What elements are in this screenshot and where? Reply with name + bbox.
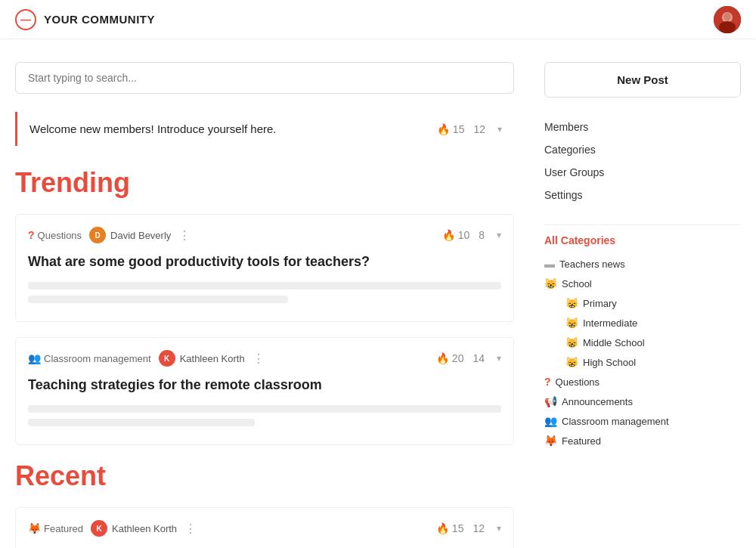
sidebar-nav: Members Categories User Groups Settings <box>544 116 741 206</box>
welcome-left: Welcome new members! Introduce yourself … <box>29 122 277 135</box>
recent-heading: Recent <box>15 460 514 492</box>
post-meta-left-1: ? Questions D David Beverly ⋮ <box>28 227 191 243</box>
categories-heading: All Categories <box>544 234 741 246</box>
user-tag-r1: K Kathleen Korth <box>91 520 177 537</box>
cat-teachers-news[interactable]: ▬ Teachers news <box>544 254 741 274</box>
right-column: New Post Members Categories User Groups … <box>544 62 741 548</box>
sidebar-item-settings[interactable]: Settings <box>544 184 741 206</box>
app-title: YOUR COMMUNITY <box>44 13 155 26</box>
flame-icon: 🔥 <box>436 352 449 364</box>
middle-school-icon: 😸 <box>565 336 578 348</box>
categories-section: All Categories ▬ Teachers news 😸 School … <box>544 234 741 450</box>
high-school-icon: 😸 <box>565 356 578 368</box>
flame-icon: 🔥 <box>442 229 455 241</box>
header-left: — YOUR COMMUNITY <box>15 9 155 30</box>
school-icon: 😸 <box>544 277 557 289</box>
cat-high-school[interactable]: 😸 High School <box>544 352 741 372</box>
avatar[interactable] <box>714 6 741 33</box>
bar-icon: ▬ <box>544 258 555 270</box>
question-cat-icon: ? <box>544 376 551 388</box>
trending-post-2[interactable]: 👥 Classroom management K Kathleen Korth … <box>15 337 514 445</box>
text-line-1a <box>28 282 501 289</box>
post-meta-right-1: 🔥 10 8 ▾ <box>442 229 501 241</box>
trending-post-1[interactable]: ? Questions D David Beverly ⋮ 🔥 10 8 <box>15 214 514 322</box>
cat-middle-school[interactable]: 😸 Middle School <box>544 333 741 352</box>
chevron-down-icon: ▾ <box>497 230 501 240</box>
flame-icon: 🔥 <box>437 123 450 135</box>
welcome-text: Welcome new members! Introduce yourself … <box>29 122 277 135</box>
post-reply-1: 8 <box>479 229 485 241</box>
category-tag-2: 👥 Classroom management <box>28 352 151 364</box>
sidebar-item-categories[interactable]: Categories <box>544 138 741 161</box>
category-tag-1: ? Questions <box>28 229 82 241</box>
sidebar-item-user-groups[interactable]: User Groups <box>544 161 741 184</box>
welcome-reply-count: 12 <box>473 123 485 135</box>
question-icon: ? <box>28 229 35 241</box>
dots-menu-2[interactable]: ⋮ <box>253 351 265 366</box>
post-meta-1: ? Questions D David Beverly ⋮ 🔥 10 8 <box>28 227 501 243</box>
cat-intermediate[interactable]: 😸 Intermediate <box>544 313 741 333</box>
post-title-2: Teaching strategies for the remote class… <box>28 376 501 395</box>
logo-icon: — <box>15 9 36 30</box>
post-meta-right-2: 🔥 20 14 ▾ <box>436 352 501 364</box>
dots-menu-1[interactable]: ⋮ <box>178 228 191 243</box>
user-tag-2: K Kathleen Korth <box>159 350 245 367</box>
intermediate-icon: 😸 <box>565 317 578 329</box>
flame-icon: 🔥 <box>436 522 449 534</box>
chevron-down-icon: ▾ <box>497 124 502 135</box>
welcome-flame-count: 🔥 15 <box>437 123 465 135</box>
user-tag-1: D David Beverly <box>89 227 171 243</box>
cat-school[interactable]: 😸 School <box>544 274 741 293</box>
cat-featured[interactable]: 🦊 Featured <box>544 431 741 450</box>
post-meta-left-2: 👥 Classroom management K Kathleen Korth … <box>28 350 265 367</box>
search-input[interactable] <box>15 62 514 94</box>
chevron-down-icon: ▾ <box>497 523 501 534</box>
trending-heading: Trending <box>15 167 514 199</box>
text-line-2a <box>28 405 501 413</box>
cat-primary[interactable]: 😸 Primary <box>544 293 741 313</box>
recent-post-1[interactable]: 🦊 Featured K Kathleen Korth ⋮ 🔥 15 12 <box>15 507 514 548</box>
featured-icon: 🦊 <box>28 522 41 534</box>
post-reply-2: 14 <box>472 352 485 364</box>
classroom-cat-icon: 👥 <box>544 415 557 427</box>
welcome-right: 🔥 15 12 ▾ <box>437 123 502 135</box>
main-layout: Welcome new members! Introduce yourself … <box>0 39 756 548</box>
welcome-banner: Welcome new members! Introduce yourself … <box>15 112 514 146</box>
announcements-icon: 📢 <box>544 395 557 407</box>
post-meta-2: 👥 Classroom management K Kathleen Korth … <box>28 350 501 367</box>
svg-point-2 <box>719 21 736 33</box>
post-meta-r1: 🦊 Featured K Kathleen Korth ⋮ 🔥 15 12 <box>28 520 501 537</box>
cat-announcements[interactable]: 📢 Announcements <box>544 392 741 411</box>
user-avatar-2: K <box>159 350 175 367</box>
cat-questions[interactable]: ? Questions <box>544 372 741 392</box>
left-column: Welcome new members! Introduce yourself … <box>15 62 514 548</box>
dots-menu-r1[interactable]: ⋮ <box>184 522 197 536</box>
header: — YOUR COMMUNITY <box>0 0 756 39</box>
new-post-button[interactable]: New Post <box>544 62 741 98</box>
text-line-1b <box>28 296 288 303</box>
post-flame-1: 🔥 10 <box>442 229 470 241</box>
post-flame-2: 🔥 20 <box>436 352 464 364</box>
category-tag-r1: 🦊 Featured <box>28 522 83 534</box>
featured-cat-icon: 🦊 <box>544 435 557 447</box>
sidebar-divider <box>544 224 741 225</box>
sidebar-item-members[interactable]: Members <box>544 116 741 138</box>
post-reply-r1: 12 <box>472 522 485 534</box>
post-meta-right-r1: 🔥 15 12 ▾ <box>436 522 501 534</box>
classroom-icon: 👥 <box>28 352 41 364</box>
user-avatar-r1: K <box>91 520 107 537</box>
primary-icon: 😸 <box>565 297 578 309</box>
post-title-1: What are some good productivity tools fo… <box>28 252 501 271</box>
chevron-down-icon: ▾ <box>497 353 501 364</box>
avatar-image <box>714 6 741 33</box>
user-avatar-1: D <box>89 227 106 243</box>
post-meta-left-r1: 🦊 Featured K Kathleen Korth ⋮ <box>28 520 197 537</box>
cat-classroom-management[interactable]: 👥 Classroom management <box>544 411 741 431</box>
text-line-2b <box>28 419 255 426</box>
post-flame-r1: 🔥 15 <box>436 522 464 534</box>
svg-point-3 <box>723 12 731 20</box>
